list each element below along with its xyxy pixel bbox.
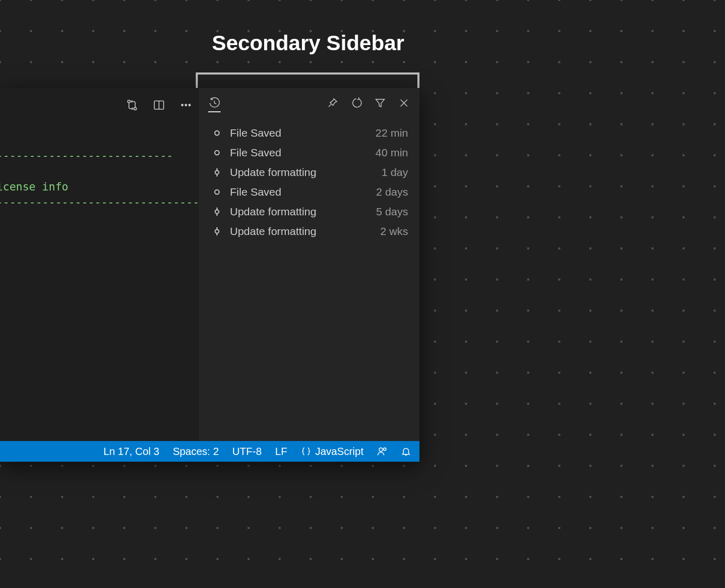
timeline-item-time: 5 days xyxy=(376,205,408,218)
code-line: e project root for license info xyxy=(0,181,68,193)
svg-point-14 xyxy=(215,170,219,174)
code-area-top: ----------------------------------------… xyxy=(0,133,197,226)
timeline-item[interactable]: Update formatting5 days xyxy=(210,202,408,222)
timeline-list: File Saved22 minFile Saved40 minUpdate f… xyxy=(199,118,419,241)
svg-line-7 xyxy=(329,105,331,107)
svg-point-5 xyxy=(185,104,186,106)
editor-window: ----------------------------------------… xyxy=(0,88,419,462)
timeline-item[interactable]: File Saved22 min xyxy=(210,123,408,143)
page-title: Secondary Sidebar xyxy=(0,31,616,55)
status-eol[interactable]: LF xyxy=(275,446,287,458)
status-indentation[interactable]: Spaces: 2 xyxy=(173,446,219,458)
circle-icon xyxy=(210,149,224,157)
status-label: JavaScript xyxy=(315,446,364,458)
status-cursor-position[interactable]: Ln 17, Col 3 xyxy=(104,446,160,458)
svg-point-0 xyxy=(128,100,130,103)
timeline-item-time: 2 days xyxy=(376,186,408,198)
timeline-item-time: 1 day xyxy=(382,166,408,179)
heading-block: Secondary Sidebar xyxy=(0,31,616,55)
refresh-icon[interactable] xyxy=(350,97,363,109)
svg-marker-8 xyxy=(376,99,385,107)
status-encoding[interactable]: UTF-8 xyxy=(233,446,262,458)
commit-icon xyxy=(210,168,224,177)
commit-icon xyxy=(210,227,224,236)
bracket-indicator xyxy=(196,72,419,88)
svg-point-6 xyxy=(189,104,190,106)
timeline-item-label: Update formatting xyxy=(230,166,382,179)
status-feedback-icon[interactable] xyxy=(377,446,387,457)
timeline-item[interactable]: File Saved40 min xyxy=(210,143,408,163)
close-icon[interactable] xyxy=(398,97,410,109)
svg-point-16 xyxy=(215,190,219,194)
svg-point-18 xyxy=(215,210,219,213)
svg-point-24 xyxy=(384,448,386,450)
timeline-item[interactable]: Update formatting2 wks xyxy=(210,222,408,241)
status-label: LF xyxy=(275,446,287,458)
timeline-item-label: File Saved xyxy=(230,146,375,159)
compare-changes-icon[interactable] xyxy=(125,98,139,112)
timeline-item[interactable]: File Saved2 days xyxy=(210,182,408,202)
svg-point-4 xyxy=(181,104,183,106)
svg-point-23 xyxy=(379,448,383,451)
timeline-item-label: File Saved xyxy=(230,127,375,139)
editor-pane: ----------------------------------------… xyxy=(0,88,199,441)
svg-point-1 xyxy=(134,108,137,110)
more-actions-icon[interactable] xyxy=(179,98,193,112)
circle-icon xyxy=(210,129,224,137)
timeline-item-time: 40 min xyxy=(375,146,408,159)
code-line: ----------------------------------------… xyxy=(0,196,232,209)
status-label: UTF-8 xyxy=(233,446,262,458)
status-language[interactable]: JavaScript xyxy=(301,446,364,458)
editor-toolbar xyxy=(125,92,193,118)
status-bar: Ln 17, Col 3 Spaces: 2 UTF-8 LF JavaScri… xyxy=(0,441,419,462)
secondary-sidebar: File Saved22 minFile Saved40 minUpdate f… xyxy=(199,88,419,441)
braces-icon xyxy=(301,446,311,457)
status-label: Ln 17, Col 3 xyxy=(104,446,160,458)
svg-point-21 xyxy=(215,229,219,233)
timeline-header xyxy=(199,88,419,118)
svg-point-12 xyxy=(215,151,219,155)
filter-icon[interactable] xyxy=(374,97,386,109)
code-line: ----------------------------------------… xyxy=(0,150,173,162)
timeline-item-label: File Saved xyxy=(230,186,376,198)
timeline-item-time: 2 wks xyxy=(380,225,408,238)
circle-icon xyxy=(210,188,224,196)
code-area-bottom: .compileTask('out', false)); atchTask('o… xyxy=(0,379,197,441)
timeline-item-label: Update formatting xyxy=(230,205,376,218)
split-editor-icon[interactable] xyxy=(152,98,166,112)
svg-point-11 xyxy=(215,131,219,135)
timeline-item-label: Update formatting xyxy=(230,225,380,238)
commit-icon xyxy=(210,208,224,216)
timeline-item[interactable]: Update formatting1 day xyxy=(210,163,408,182)
status-notifications-icon[interactable] xyxy=(401,446,411,457)
timeline-item-time: 22 min xyxy=(375,127,408,139)
pin-icon[interactable] xyxy=(326,97,339,109)
timeline-icon[interactable] xyxy=(208,100,221,112)
status-label: Spaces: 2 xyxy=(173,446,219,458)
